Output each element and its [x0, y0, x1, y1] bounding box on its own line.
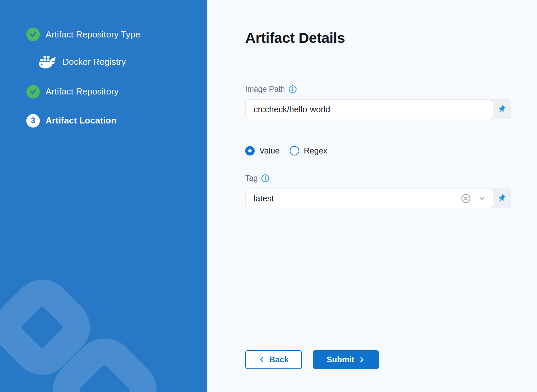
- sidebar-step-artifact-repository[interactable]: Artifact Repository: [26, 85, 197, 99]
- image-path-pin-button[interactable]: [493, 100, 510, 119]
- tag-label: Tag: [245, 174, 258, 183]
- tag-input[interactable]: [254, 194, 454, 203]
- step-label: Artifact Repository: [46, 86, 119, 97]
- tag-input-group: [245, 189, 511, 208]
- radio-regex-label: Regex: [304, 146, 327, 156]
- step-complete-badge: [26, 28, 40, 41]
- chevron-left-icon: [258, 356, 265, 363]
- chevron-right-icon: [358, 356, 365, 363]
- image-path-field: [245, 100, 493, 119]
- info-icon[interactable]: [261, 174, 270, 183]
- radio-option-value[interactable]: Value: [245, 146, 280, 156]
- pushpin-icon: [495, 103, 508, 116]
- chevron-down-icon: [478, 194, 486, 202]
- step-number-badge: 3: [26, 114, 40, 128]
- match-type-radio-group: Value Regex: [245, 146, 537, 156]
- step-label-current: Artifact Location: [46, 115, 117, 126]
- image-path-input[interactable]: [254, 105, 486, 114]
- radio-unselected-icon[interactable]: [290, 146, 299, 156]
- check-icon: [29, 30, 37, 38]
- tag-dropdown-button[interactable]: [478, 194, 486, 202]
- back-button-label: Back: [269, 355, 288, 364]
- tag-label-row: Tag: [245, 174, 537, 183]
- step-complete-badge: [26, 85, 40, 99]
- radio-value-label: Value: [259, 146, 280, 156]
- info-icon[interactable]: [288, 85, 297, 93]
- check-icon: [29, 88, 37, 96]
- clear-circle-icon: [461, 193, 471, 204]
- pushpin-icon: [495, 192, 508, 205]
- sidebar-step-artifact-repository-type[interactable]: Artifact Repository Type: [26, 28, 197, 41]
- submit-button[interactable]: Submit: [313, 350, 379, 369]
- substep-label: Docker Registry: [62, 57, 126, 67]
- sidebar-step-artifact-location: 3 Artifact Location: [26, 114, 197, 128]
- harness-logo-watermark: [0, 271, 169, 392]
- tag-field: [245, 189, 493, 208]
- radio-option-regex[interactable]: Regex: [290, 146, 327, 156]
- tag-clear-button[interactable]: [461, 193, 471, 204]
- image-path-label-row: Image Path: [245, 85, 537, 94]
- image-path-label: Image Path: [245, 85, 285, 94]
- artifact-details-panel: Artifact Details Image Path Value Regex: [207, 0, 537, 392]
- page-title: Artifact Details: [245, 29, 537, 47]
- radio-selected-icon[interactable]: [245, 146, 255, 156]
- tag-pin-button[interactable]: [493, 189, 510, 208]
- step-label: Artifact Repository Type: [46, 29, 140, 40]
- submit-button-label: Submit: [327, 355, 354, 364]
- image-path-input-group: [245, 100, 511, 119]
- sidebar-substep-docker-registry: Docker Registry: [38, 55, 197, 69]
- docker-whale-icon: [38, 55, 57, 69]
- wizard-sidebar: Artifact Repository Type Docker Registry…: [0, 0, 207, 392]
- back-button[interactable]: Back: [245, 350, 302, 369]
- wizard-actions: Back Submit: [245, 350, 537, 369]
